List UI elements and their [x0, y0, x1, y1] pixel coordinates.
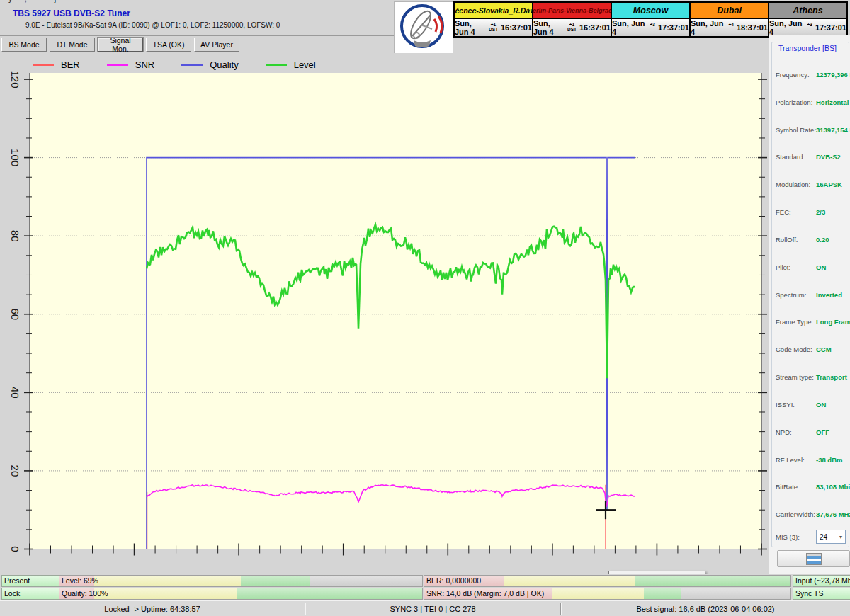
tab-av-player[interactable]: AV Player: [194, 38, 239, 52]
transponder-row-value: 2/3: [816, 208, 825, 216]
clock-city-label: Dubai: [691, 3, 768, 19]
y-axis-tick-label: 20: [9, 465, 21, 477]
legend-item-level: Level: [266, 59, 316, 70]
transponder-row: Standard:DVB-S2: [776, 143, 848, 171]
input-rate-indicator: Input (~23,78 Mbps): [793, 575, 850, 587]
mis-dropdown[interactable]: 24 ▾: [816, 530, 846, 544]
transponder-row-label: Modulation:: [776, 181, 816, 188]
legend-item-quality: Quality: [181, 59, 238, 70]
transponder-row: Polarization:Horizontal: [776, 89, 848, 116]
device-title: TBS 5927 USB DVB-S2 Tuner: [13, 8, 130, 18]
clock-hms: 17:37:01: [658, 23, 689, 32]
tab-signal-mon-[interactable]: Signal Mon.: [98, 38, 143, 52]
lock-indicator: Lock: [1, 588, 62, 600]
level-bar: Level: 69%: [59, 575, 423, 587]
clock-hms: 18:37:01: [737, 23, 768, 32]
transponder-row-label: ISSYI:: [776, 401, 816, 409]
bar-label: Level: 69%: [62, 576, 98, 586]
y-axis-tick-label: 40: [9, 387, 21, 399]
clock-city-label: Lučenec-Slovakia_R.Dávid: [455, 3, 532, 19]
legend-label: Quality: [210, 59, 238, 70]
bar-zone-green: [237, 588, 422, 599]
clock-hms: 16:37:01: [579, 23, 611, 32]
transponder-row-value: CCM: [816, 346, 832, 353]
transponder-row-label: Stream type:: [776, 373, 816, 381]
transponder-row-label: NPD:: [776, 428, 816, 436]
bar-zone-green: [644, 588, 681, 599]
transponder-row: Stream type:Transport: [776, 363, 848, 391]
transponder-row: Frame Type:Long Frame: [776, 308, 848, 336]
sync-tei-cc-status: SYNC 3 | TEI 0 | CC 278: [305, 603, 561, 615]
clock-berlin-paris-vienna-belgrade: Berlin-Paris-Vienna-BelgradeSun, Jun 4+1…: [532, 3, 611, 36]
dst-flag: DST: [567, 28, 577, 33]
transponder-row: CarrierWidth:37,676 MHz: [776, 501, 848, 528]
transponder-row-label: BitRate:: [776, 483, 816, 491]
bar-zone-green: [635, 576, 790, 586]
bar-label: SNR: 14,0 dB (Margin: 7,0 dB | OK): [426, 588, 544, 599]
world-clocks: Lučenec-Slovakia_R.DávidSun, Jun 4+1DST1…: [453, 1, 848, 38]
transponder-row-value: 31397,154 KS/s: [816, 126, 850, 134]
sync-ts-indicator: Sync TS: [793, 588, 850, 600]
snr-bar: SNR: 14,0 dB (Margin: 7,0 dB | OK): [424, 588, 791, 600]
transponder-row-value: 0.20: [816, 236, 829, 244]
transponder-row-value: Inverted: [816, 291, 842, 299]
plot-area[interactable]: [30, 73, 761, 549]
clock-time-display: Sun, Jun 4+1DST16:37:01: [533, 19, 611, 36]
legend-label: BER: [61, 59, 80, 70]
utc-offset-badge: +1DST: [567, 23, 577, 33]
bar-label: Quality: 100%: [62, 588, 108, 599]
ber-bar: BER: 0,0000000: [424, 575, 791, 587]
bar-zone-yellow: [94, 588, 237, 599]
transponder-row: Modulation:16APSK: [776, 171, 848, 198]
clock-date: Sun, Jun 4: [769, 19, 805, 36]
transponder-row: RollOff:0.20: [776, 226, 848, 253]
legend-label: Level: [294, 59, 316, 70]
clock-time-display: Sun, Jun 4+4 18:37:01: [691, 19, 768, 36]
transponder-row-label: Code Mode:: [776, 346, 816, 353]
legend-line-swatch: [181, 64, 203, 66]
y-axis-tick-label: 120: [9, 71, 21, 89]
transponder-row-value: ON: [816, 263, 826, 271]
clock-date: Sun, Jun 4: [533, 19, 565, 36]
legend-item-ber: BER: [33, 59, 80, 70]
groupbox-title: Transponder [BS]: [776, 44, 839, 52]
tab-bs-mode[interactable]: BS Mode: [1, 38, 47, 52]
clock-time-display: Sun, Jun 4+3 17:37:01: [612, 19, 689, 36]
transponder-rows: Frequency:12379,396 MHzPolarization:Hori…: [776, 61, 848, 528]
bar-zone-yellow: [94, 576, 241, 586]
transponder-row: Frequency:12379,396 MHz: [776, 61, 848, 89]
transponder-row-value: 37,676 MHz: [816, 511, 850, 518]
clock-moscow: MoscowSun, Jun 4+3 17:37:01: [611, 3, 689, 36]
transponder-row-value: DVB-S2: [816, 153, 841, 161]
dst-flag: [809, 28, 810, 33]
chart-canvas[interactable]: 020406080100120: [0, 53, 769, 574]
clipped-text-fragment: y, j: [8, 0, 69, 3]
transponder-row-value: Horizontal: [816, 98, 849, 106]
utc-offset-badge: +4: [729, 23, 734, 33]
transponder-row-label: FEC:: [776, 208, 816, 216]
signal-monitor-chart[interactable]: 020406080100120 BERSNRQualityLevel 2023-…: [0, 53, 769, 574]
tab-dt-mode[interactable]: DT Mode: [50, 38, 95, 52]
transponder-row-label: RollOff:: [776, 236, 816, 244]
transponder-row-label: Standard:: [776, 153, 816, 161]
clock-date: Sun, Jun 4: [612, 19, 647, 36]
mode-tabs: BS ModeDT ModeSignal Mon.TSA (OK)AV Play…: [1, 38, 239, 52]
satellite-dish-icon: [395, 2, 452, 50]
transponder-row-value: 83,108 Mbit/s: [816, 483, 850, 491]
transponder-row: ISSYI:ON: [776, 391, 848, 418]
stream-list-button[interactable]: [777, 550, 850, 567]
transponder-row: Spectrum:Inverted: [776, 281, 848, 309]
y-axis-tick-label: 100: [9, 149, 21, 166]
transponder-row-value: -38 dBm: [816, 456, 842, 464]
transponder-row-value: OFF: [816, 428, 829, 436]
clock-time-display: Sun, Jun 4+3 17:37:01: [769, 19, 846, 36]
transponder-row-label: Spectrum:: [776, 291, 816, 299]
mis-label: MIS (3):: [776, 533, 816, 541]
best-signal-status: Best signal: 16,6 dB (2023-06-04 06:02): [561, 603, 850, 615]
transponder-row-value: 16APSK: [816, 181, 842, 188]
y-axis-tick-label: 80: [9, 230, 21, 242]
mis-selected-value: 24: [820, 533, 827, 541]
transponder-row-label: Polarization:: [776, 98, 816, 106]
tab-tsa-ok-[interactable]: TSA (OK): [146, 38, 191, 52]
clock-athens: AthensSun, Jun 4+3 17:37:01: [768, 3, 846, 36]
